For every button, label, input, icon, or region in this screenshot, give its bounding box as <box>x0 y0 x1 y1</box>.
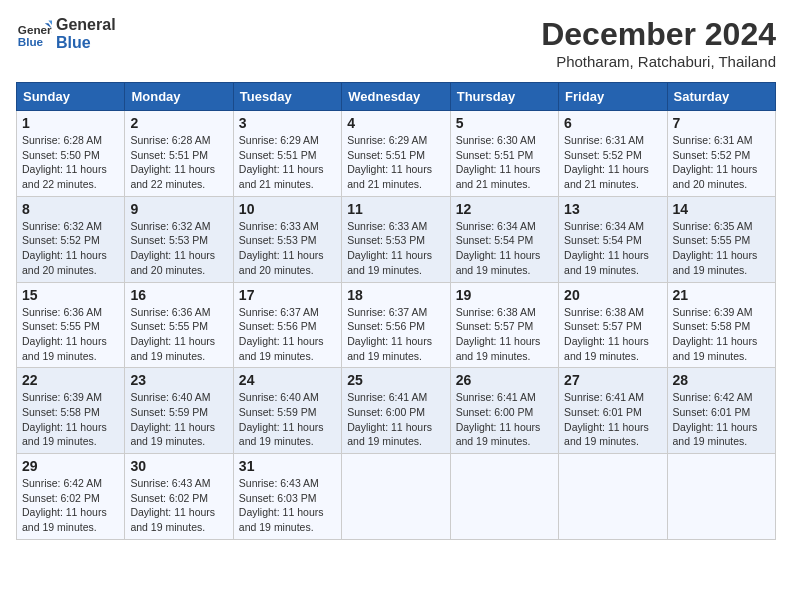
calendar-week: 1 Sunrise: 6:28 AM Sunset: 5:50 PM Dayli… <box>17 111 776 197</box>
day-number: 28 <box>673 372 770 388</box>
day-info: Sunrise: 6:41 AM Sunset: 6:00 PM Dayligh… <box>456 390 553 449</box>
day-info: Sunrise: 6:38 AM Sunset: 5:57 PM Dayligh… <box>456 305 553 364</box>
day-info: Sunrise: 6:40 AM Sunset: 5:59 PM Dayligh… <box>130 390 227 449</box>
day-info: Sunrise: 6:35 AM Sunset: 5:55 PM Dayligh… <box>673 219 770 278</box>
day-info: Sunrise: 6:39 AM Sunset: 5:58 PM Dayligh… <box>673 305 770 364</box>
day-info: Sunrise: 6:32 AM Sunset: 5:53 PM Dayligh… <box>130 219 227 278</box>
calendar-day: 28 Sunrise: 6:42 AM Sunset: 6:01 PM Dayl… <box>667 368 775 454</box>
weekday-header: Tuesday <box>233 83 341 111</box>
calendar-day <box>667 454 775 540</box>
day-info: Sunrise: 6:40 AM Sunset: 5:59 PM Dayligh… <box>239 390 336 449</box>
calendar-day: 6 Sunrise: 6:31 AM Sunset: 5:52 PM Dayli… <box>559 111 667 197</box>
day-number: 14 <box>673 201 770 217</box>
day-number: 7 <box>673 115 770 131</box>
day-number: 22 <box>22 372 119 388</box>
day-number: 19 <box>456 287 553 303</box>
month-title: December 2024 <box>541 16 776 53</box>
calendar-day: 25 Sunrise: 6:41 AM Sunset: 6:00 PM Dayl… <box>342 368 450 454</box>
calendar-day: 26 Sunrise: 6:41 AM Sunset: 6:00 PM Dayl… <box>450 368 558 454</box>
day-number: 2 <box>130 115 227 131</box>
day-info: Sunrise: 6:29 AM Sunset: 5:51 PM Dayligh… <box>347 133 444 192</box>
logo-line2: Blue <box>56 34 116 52</box>
day-number: 20 <box>564 287 661 303</box>
calendar-day: 20 Sunrise: 6:38 AM Sunset: 5:57 PM Dayl… <box>559 282 667 368</box>
location-title: Photharam, Ratchaburi, Thailand <box>541 53 776 70</box>
day-number: 23 <box>130 372 227 388</box>
day-info: Sunrise: 6:31 AM Sunset: 5:52 PM Dayligh… <box>564 133 661 192</box>
day-info: Sunrise: 6:43 AM Sunset: 6:02 PM Dayligh… <box>130 476 227 535</box>
calendar-day: 31 Sunrise: 6:43 AM Sunset: 6:03 PM Dayl… <box>233 454 341 540</box>
day-number: 6 <box>564 115 661 131</box>
day-number: 10 <box>239 201 336 217</box>
calendar-day: 5 Sunrise: 6:30 AM Sunset: 5:51 PM Dayli… <box>450 111 558 197</box>
day-info: Sunrise: 6:41 AM Sunset: 6:01 PM Dayligh… <box>564 390 661 449</box>
day-number: 27 <box>564 372 661 388</box>
calendar-day <box>450 454 558 540</box>
day-info: Sunrise: 6:37 AM Sunset: 5:56 PM Dayligh… <box>239 305 336 364</box>
calendar-day: 14 Sunrise: 6:35 AM Sunset: 5:55 PM Dayl… <box>667 196 775 282</box>
svg-text:Blue: Blue <box>18 35 44 48</box>
day-info: Sunrise: 6:34 AM Sunset: 5:54 PM Dayligh… <box>564 219 661 278</box>
calendar-week: 8 Sunrise: 6:32 AM Sunset: 5:52 PM Dayli… <box>17 196 776 282</box>
day-number: 30 <box>130 458 227 474</box>
day-number: 3 <box>239 115 336 131</box>
calendar-day: 21 Sunrise: 6:39 AM Sunset: 5:58 PM Dayl… <box>667 282 775 368</box>
title-block: December 2024 Photharam, Ratchaburi, Tha… <box>541 16 776 70</box>
calendar-day: 3 Sunrise: 6:29 AM Sunset: 5:51 PM Dayli… <box>233 111 341 197</box>
day-info: Sunrise: 6:36 AM Sunset: 5:55 PM Dayligh… <box>130 305 227 364</box>
weekday-header: Saturday <box>667 83 775 111</box>
day-info: Sunrise: 6:33 AM Sunset: 5:53 PM Dayligh… <box>347 219 444 278</box>
weekday-header: Sunday <box>17 83 125 111</box>
calendar-day: 7 Sunrise: 6:31 AM Sunset: 5:52 PM Dayli… <box>667 111 775 197</box>
day-number: 31 <box>239 458 336 474</box>
day-info: Sunrise: 6:34 AM Sunset: 5:54 PM Dayligh… <box>456 219 553 278</box>
calendar-day: 12 Sunrise: 6:34 AM Sunset: 5:54 PM Dayl… <box>450 196 558 282</box>
calendar-day: 8 Sunrise: 6:32 AM Sunset: 5:52 PM Dayli… <box>17 196 125 282</box>
day-info: Sunrise: 6:42 AM Sunset: 6:02 PM Dayligh… <box>22 476 119 535</box>
day-number: 1 <box>22 115 119 131</box>
calendar-week: 22 Sunrise: 6:39 AM Sunset: 5:58 PM Dayl… <box>17 368 776 454</box>
day-number: 13 <box>564 201 661 217</box>
day-number: 21 <box>673 287 770 303</box>
day-number: 8 <box>22 201 119 217</box>
day-info: Sunrise: 6:31 AM Sunset: 5:52 PM Dayligh… <box>673 133 770 192</box>
day-info: Sunrise: 6:39 AM Sunset: 5:58 PM Dayligh… <box>22 390 119 449</box>
day-info: Sunrise: 6:36 AM Sunset: 5:55 PM Dayligh… <box>22 305 119 364</box>
calendar-day: 16 Sunrise: 6:36 AM Sunset: 5:55 PM Dayl… <box>125 282 233 368</box>
day-number: 17 <box>239 287 336 303</box>
day-info: Sunrise: 6:43 AM Sunset: 6:03 PM Dayligh… <box>239 476 336 535</box>
day-number: 25 <box>347 372 444 388</box>
calendar-day: 30 Sunrise: 6:43 AM Sunset: 6:02 PM Dayl… <box>125 454 233 540</box>
calendar-day: 10 Sunrise: 6:33 AM Sunset: 5:53 PM Dayl… <box>233 196 341 282</box>
day-info: Sunrise: 6:30 AM Sunset: 5:51 PM Dayligh… <box>456 133 553 192</box>
logo-icon: General Blue <box>16 16 52 52</box>
calendar-day: 19 Sunrise: 6:38 AM Sunset: 5:57 PM Dayl… <box>450 282 558 368</box>
day-info: Sunrise: 6:28 AM Sunset: 5:50 PM Dayligh… <box>22 133 119 192</box>
calendar-day <box>342 454 450 540</box>
logo: General Blue General Blue <box>16 16 116 52</box>
calendar-day: 24 Sunrise: 6:40 AM Sunset: 5:59 PM Dayl… <box>233 368 341 454</box>
page-header: General Blue General Blue December 2024 … <box>16 16 776 70</box>
day-info: Sunrise: 6:42 AM Sunset: 6:01 PM Dayligh… <box>673 390 770 449</box>
calendar: SundayMondayTuesdayWednesdayThursdayFrid… <box>16 82 776 540</box>
day-info: Sunrise: 6:37 AM Sunset: 5:56 PM Dayligh… <box>347 305 444 364</box>
day-info: Sunrise: 6:41 AM Sunset: 6:00 PM Dayligh… <box>347 390 444 449</box>
calendar-day: 17 Sunrise: 6:37 AM Sunset: 5:56 PM Dayl… <box>233 282 341 368</box>
day-number: 11 <box>347 201 444 217</box>
weekday-header: Wednesday <box>342 83 450 111</box>
day-info: Sunrise: 6:28 AM Sunset: 5:51 PM Dayligh… <box>130 133 227 192</box>
calendar-day: 15 Sunrise: 6:36 AM Sunset: 5:55 PM Dayl… <box>17 282 125 368</box>
day-number: 15 <box>22 287 119 303</box>
calendar-day: 27 Sunrise: 6:41 AM Sunset: 6:01 PM Dayl… <box>559 368 667 454</box>
day-number: 12 <box>456 201 553 217</box>
day-info: Sunrise: 6:29 AM Sunset: 5:51 PM Dayligh… <box>239 133 336 192</box>
day-number: 26 <box>456 372 553 388</box>
day-number: 24 <box>239 372 336 388</box>
day-number: 29 <box>22 458 119 474</box>
calendar-day: 11 Sunrise: 6:33 AM Sunset: 5:53 PM Dayl… <box>342 196 450 282</box>
day-info: Sunrise: 6:32 AM Sunset: 5:52 PM Dayligh… <box>22 219 119 278</box>
day-number: 16 <box>130 287 227 303</box>
calendar-day: 18 Sunrise: 6:37 AM Sunset: 5:56 PM Dayl… <box>342 282 450 368</box>
day-number: 9 <box>130 201 227 217</box>
calendar-day: 23 Sunrise: 6:40 AM Sunset: 5:59 PM Dayl… <box>125 368 233 454</box>
